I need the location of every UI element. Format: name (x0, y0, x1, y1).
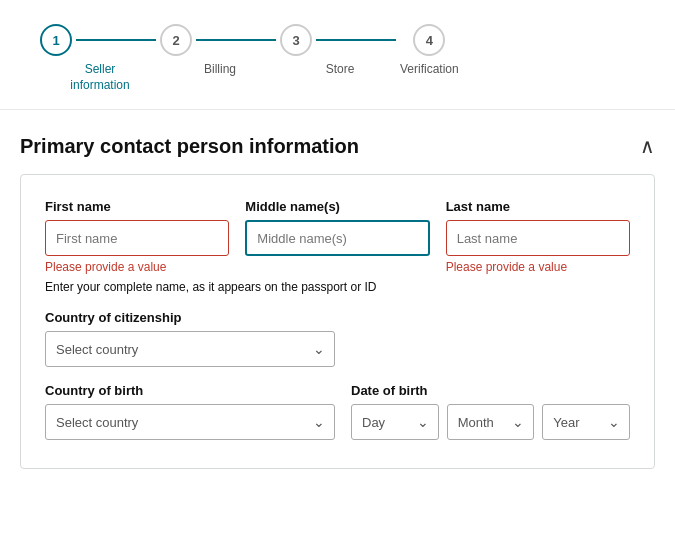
dob-year-select[interactable]: Year (542, 404, 630, 440)
last-name-error: Please provide a value (446, 260, 630, 274)
dob-day-select[interactable]: Day (351, 404, 439, 440)
step-3-label: Store (326, 62, 355, 78)
step-1-label: Sellerinformation (70, 62, 129, 93)
form-card: First name Please provide a value Middle… (20, 174, 655, 469)
step-1: 1 Sellerinformation (40, 24, 160, 93)
dob-label: Date of birth (351, 383, 630, 398)
step-4: 4 Verification (400, 24, 459, 78)
section-title: Primary contact person information (20, 135, 359, 158)
first-name-error: Please provide a value (45, 260, 229, 274)
step-1-line (76, 39, 156, 41)
citizenship-group: Country of citizenship Select country ⌄ (45, 310, 630, 367)
step-1-circle: 1 (40, 24, 72, 56)
middle-name-input[interactable] (245, 220, 429, 256)
step-2-line (196, 39, 276, 41)
main-content: Primary contact person information ∧ Fir… (0, 110, 675, 489)
section-header: Primary contact person information ∧ (20, 134, 655, 158)
stepper: 1 Sellerinformation 2 Billing (40, 24, 635, 93)
last-name-label: Last name (446, 199, 630, 214)
citizenship-label: Country of citizenship (45, 310, 630, 325)
step-1-circle-row: 1 (40, 24, 160, 56)
birth-country-group: Country of birth Select country ⌄ (45, 383, 335, 440)
name-hint: Enter your complete name, as it appears … (45, 280, 630, 294)
first-name-input[interactable] (45, 220, 229, 256)
dob-year-wrapper: Year ⌄ (542, 404, 630, 440)
step-4-circle-row: 4 (413, 24, 445, 56)
step-3-circle: 3 (280, 24, 312, 56)
collapse-button[interactable]: ∧ (640, 134, 655, 158)
middle-name-group: Middle name(s) (245, 199, 429, 274)
stepper-area: 1 Sellerinformation 2 Billing (0, 0, 675, 110)
step-2-circle: 2 (160, 24, 192, 56)
dob-month-wrapper: Month ⌄ (447, 404, 535, 440)
step-2-label: Billing (204, 62, 236, 78)
dob-selects-row: Day ⌄ Month ⌄ Year (351, 404, 630, 440)
first-name-label: First name (45, 199, 229, 214)
birth-country-label: Country of birth (45, 383, 335, 398)
step-3: 3 Store (280, 24, 400, 78)
citizenship-select[interactable]: Select country (45, 331, 335, 367)
step-4-circle: 4 (413, 24, 445, 56)
step-3-circle-row: 3 (280, 24, 400, 56)
step-4-label: Verification (400, 62, 459, 78)
last-name-group: Last name Please provide a value (446, 199, 630, 274)
step-3-line (316, 39, 396, 41)
birth-country-select[interactable]: Select country (45, 404, 335, 440)
step-2-circle-row: 2 (160, 24, 280, 56)
last-name-input[interactable] (446, 220, 630, 256)
first-name-group: First name Please provide a value (45, 199, 229, 274)
middle-name-label: Middle name(s) (245, 199, 429, 214)
step-2: 2 Billing (160, 24, 280, 78)
name-fields-row: First name Please provide a value Middle… (45, 199, 630, 274)
birth-row: Country of birth Select country ⌄ Date o… (45, 383, 630, 440)
page-wrapper: 1 Sellerinformation 2 Billing (0, 0, 675, 549)
dob-day-wrapper: Day ⌄ (351, 404, 439, 440)
dob-group: Date of birth Day ⌄ Month ⌄ (351, 383, 630, 440)
citizenship-select-wrapper: Select country ⌄ (45, 331, 335, 367)
birth-country-select-wrapper: Select country ⌄ (45, 404, 335, 440)
dob-month-select[interactable]: Month (447, 404, 535, 440)
